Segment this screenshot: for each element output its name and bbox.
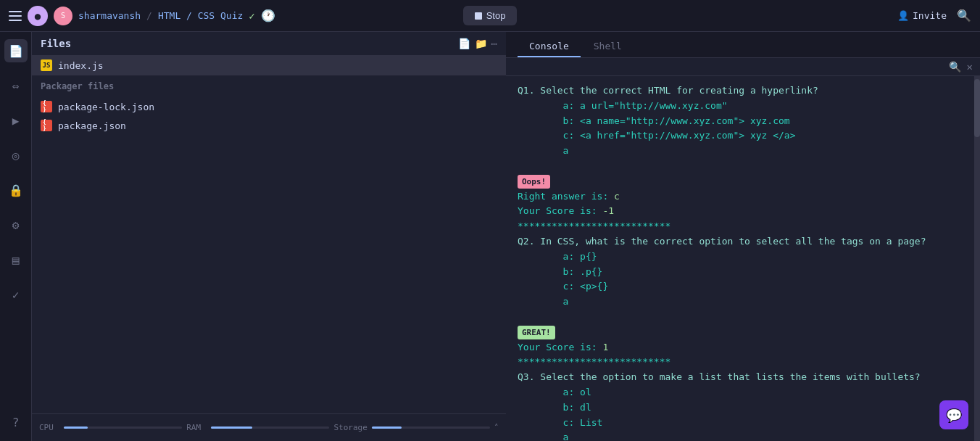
file-panel-actions: 📄 📁 ⋯ (458, 38, 497, 49)
invite-label: Invite (913, 10, 947, 21)
js-badge: JS (41, 59, 52, 71)
user-avatar: S (54, 7, 72, 25)
q1-a: a: a url="http://www.xyz.com" (518, 99, 963, 114)
sidebar-icon-packages[interactable]: ◎ (4, 144, 28, 167)
sidebar-icon-settings[interactable]: ⚙ (4, 213, 28, 236)
file-panel: Files 📄 📁 ⋯ JS index.js Packager files {… (32, 32, 506, 441)
file-name-package: package.json (58, 120, 126, 131)
q2-answer-input: a (518, 294, 963, 310)
tab-console[interactable]: Console (518, 36, 581, 57)
q1-b: b: <a name="http://www.xyz.com"> xyz.com (518, 114, 963, 129)
sidebar-icon-check[interactable]: ✓ (4, 283, 28, 306)
ram-bar (211, 426, 252, 429)
topbar-right: 👤 Invite 🔍 (524, 9, 971, 22)
console-output: Q1. Select the correct HTML for creating… (506, 76, 974, 441)
q1-answer-input: a (518, 144, 963, 159)
q2-great-badge: GREAT! (518, 325, 963, 340)
q3-c: c: List (518, 416, 963, 431)
sidebar-icon-run[interactable]: ▶ (4, 109, 28, 132)
toolbar-close-icon[interactable]: ✕ (967, 61, 973, 73)
q2-a: a: p{} (518, 250, 963, 265)
q2-b: b: .p{} (518, 265, 963, 280)
verified-icon: ✓ (249, 10, 254, 22)
new-folder-icon[interactable]: 📁 (475, 38, 487, 49)
history-icon[interactable]: 🕐 (261, 9, 275, 22)
stop-label: Stop (486, 10, 506, 21)
cpu-progress (64, 426, 182, 429)
storage-bar (372, 426, 402, 429)
cpu-label: CPU (39, 423, 59, 432)
tab-bar: Console Shell (506, 32, 980, 58)
cpu-bar (64, 426, 88, 429)
q1-score: Your Score is: -1 (518, 204, 963, 219)
file-name-package-lock: package-lock.json (58, 102, 154, 112)
q1-line: Q1. Select the correct HTML for creating… (518, 83, 963, 99)
sidebar-icon-db[interactable]: ▤ (4, 248, 28, 271)
q2-line: Q2. In CSS, what is the correct option t… (518, 234, 963, 250)
console-toolbar: 🔍 ✕ (506, 58, 980, 76)
new-file-icon[interactable]: 📄 (458, 38, 470, 49)
file-panel-header: Files 📄 📁 ⋯ (32, 32, 506, 56)
sidebar-bottom: CPU RAM Storage ˄ (32, 413, 506, 441)
q3-answer-input: a (518, 430, 963, 441)
storage-label: Storage (333, 423, 367, 432)
ram-progress (211, 426, 329, 429)
invite-button[interactable]: 👤 Invite (897, 10, 947, 21)
breadcrumb-username[interactable]: sharmavansh (78, 10, 141, 21)
stop-button[interactable]: Stop (463, 6, 518, 25)
hamburger-icon[interactable] (9, 11, 22, 21)
storage-progress (372, 426, 490, 429)
q3-a: a: ol (518, 385, 963, 400)
right-panel: Console Shell 🔍 ✕ Q1. Select the correct… (506, 32, 980, 441)
sidebar-icon-lock[interactable]: 🔒 (4, 178, 28, 202)
sidebar-icon-share[interactable]: ⇔ (4, 74, 28, 97)
sidebar-icons: 📄 ⇔ ▶ ◎ 🔒 ⚙ ▤ ✓ ? (0, 32, 32, 441)
scrollbar-thumb[interactable] (974, 79, 980, 137)
stop-square-icon (475, 12, 482, 20)
file-name-indexjs: index.js (58, 60, 104, 71)
q2-divider: *************************** (518, 355, 963, 370)
chevron-up-icon[interactable]: ˄ (494, 423, 499, 432)
file-item-indexjs[interactable]: JS index.js (32, 56, 506, 75)
topbar-left: ● S sharmavansh / HTML / CSS Quiz ✓ 🕐 (9, 6, 456, 26)
packager-section-title: Packager files (32, 75, 506, 97)
invite-icon: 👤 (897, 10, 909, 21)
q3-b: b: dl (518, 400, 963, 416)
tab-shell[interactable]: Shell (582, 36, 634, 57)
more-icon[interactable]: ⋯ (491, 38, 497, 49)
topbar-center: Stop (463, 6, 518, 25)
chat-icon: 💬 (946, 408, 962, 423)
search-icon[interactable]: 🔍 (957, 9, 971, 22)
replit-logo: ● (28, 6, 48, 26)
q1-right-answer: Right answer is: c (518, 189, 963, 205)
files-title: Files (41, 38, 71, 49)
q1-c: c: <a href="http://www.xyz.com"> xyz </a… (518, 128, 963, 144)
breadcrumb-project[interactable]: HTML / CSS Quiz (158, 10, 243, 21)
q1-oops-badge: Oops! (518, 174, 963, 189)
file-item-package[interactable]: { } package.json (32, 116, 506, 135)
q2-c: c: <p>{} (518, 279, 963, 294)
ram-label: RAM (186, 423, 207, 432)
json-badge: { } (41, 120, 52, 131)
q2-score: Your Score is: 1 (518, 340, 963, 355)
scrollbar-track[interactable] (974, 76, 980, 441)
json-badge-lock: { } (41, 101, 52, 112)
breadcrumb-sep: / (146, 10, 152, 21)
main-layout: 📄 ⇔ ▶ ◎ 🔒 ⚙ ▤ ✓ ? Files 📄 📁 ⋯ JS index.j… (0, 32, 980, 441)
q3-line: Q3. Select the option to make a list tha… (518, 370, 963, 385)
q1-divider: *************************** (518, 219, 963, 234)
sidebar-icon-help[interactable]: ? (4, 411, 28, 434)
file-item-package-lock[interactable]: { } package-lock.json (32, 97, 506, 116)
toolbar-search-icon[interactable]: 🔍 (949, 61, 961, 73)
topbar: ● S sharmavansh / HTML / CSS Quiz ✓ 🕐 St… (0, 0, 980, 32)
sidebar-icon-files[interactable]: 📄 (4, 39, 28, 62)
chat-button[interactable]: 💬 (939, 400, 968, 429)
